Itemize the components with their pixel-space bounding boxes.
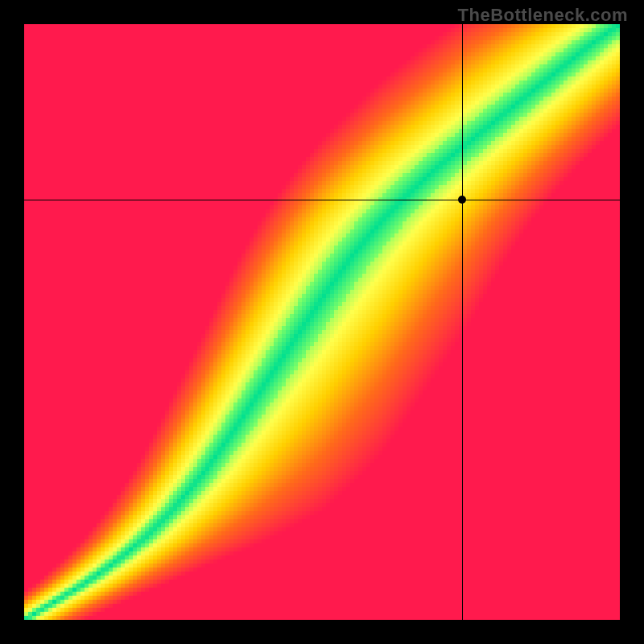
crosshair-horizontal	[24, 200, 620, 200]
crosshair-vertical	[462, 24, 463, 620]
watermark-text: TheBottleneck.com	[458, 5, 628, 26]
heatmap-canvas	[24, 24, 620, 620]
chart-frame: TheBottleneck.com	[0, 0, 644, 644]
